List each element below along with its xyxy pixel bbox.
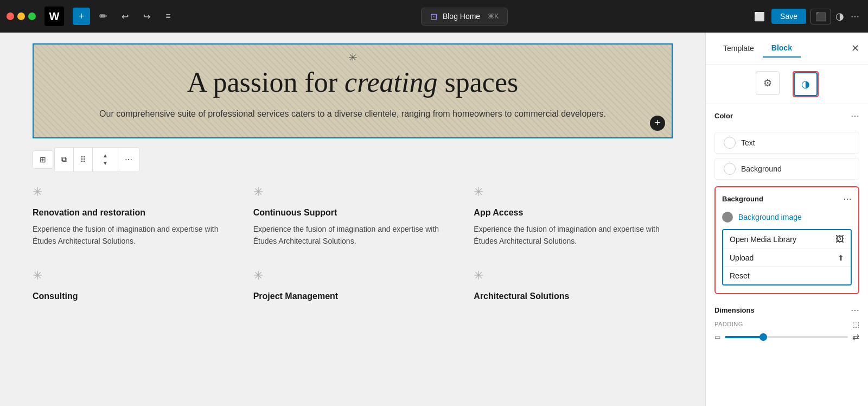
service-title: Architectural Solutions: [474, 291, 673, 301]
toolbar-align-group: ⊞: [33, 150, 53, 169]
close-traffic-light[interactable]: [7, 12, 14, 20]
padding-icon: ⬚: [852, 320, 860, 328]
style-icon-button[interactable]: ◑: [794, 72, 818, 96]
close-sidebar-button[interactable]: ✕: [851, 42, 859, 54]
add-button[interactable]: +: [73, 8, 90, 25]
topbar-center: ⊡ Blog Home ⌘K: [181, 8, 748, 26]
list-item: ✳ Project Management: [253, 269, 452, 307]
service-title: App Access: [474, 208, 673, 218]
minimize-traffic-light[interactable]: [17, 12, 25, 20]
view-button[interactable]: ⬜: [752, 9, 767, 24]
copy-button[interactable]: ⧉: [55, 148, 74, 172]
media-library-label: Open Media Library: [730, 235, 796, 244]
text-color-label: Text: [741, 138, 755, 147]
asterisk-icon: ✳: [253, 269, 452, 283]
hero-title: A passion for creating spaces: [66, 66, 639, 98]
padding-slider[interactable]: [725, 336, 848, 338]
hero-body: Our comprehensive suite of professional …: [66, 107, 639, 121]
open-media-library-button[interactable]: Open Media Library 🖼: [723, 230, 851, 249]
list-item: ✳ Renovation and restoration Experience …: [33, 185, 232, 248]
save-button[interactable]: Save: [771, 9, 806, 24]
asterisk-icon: ✳: [33, 269, 232, 283]
main-area: A passion for creating spaces Our compre…: [0, 33, 868, 406]
tab-block[interactable]: Block: [763, 39, 801, 58]
redo-button[interactable]: ↪: [138, 8, 155, 25]
service-title: Continuous Support: [253, 208, 452, 218]
blog-home-shortcut: ⌘K: [488, 12, 499, 20]
reset-option[interactable]: Reset: [723, 267, 851, 284]
undo-icon: ↩: [122, 11, 129, 22]
background-image-row[interactable]: Background image: [716, 208, 858, 226]
service-title: Consulting: [33, 291, 232, 301]
list-icon: ≡: [165, 11, 170, 21]
settings-icon-button[interactable]: ⚙: [756, 71, 780, 95]
media-dropdown: Open Media Library 🖼 Upload ⬆ Reset: [722, 229, 852, 286]
slider-thumb: [760, 333, 767, 341]
more-options-button[interactable]: ⋯: [848, 9, 861, 24]
padding-slider-row: ▭ ⇄: [714, 332, 859, 342]
blog-home-pill[interactable]: ⊡ Blog Home ⌘K: [421, 8, 508, 26]
background-color-row[interactable]: Background: [714, 158, 859, 180]
dimensions-title: Dimensions: [714, 306, 755, 314]
asterisk-icon: ✳: [474, 185, 673, 199]
layout-button[interactable]: ⬛: [810, 9, 831, 24]
background-color-label: Background: [741, 164, 782, 173]
theme-toggle-button[interactable]: ◑: [835, 10, 844, 22]
background-section-title: Background: [722, 195, 763, 203]
slider-left-icon: ▭: [714, 333, 720, 341]
align-button[interactable]: ⊞: [33, 151, 53, 168]
more-block-options[interactable]: ⋯: [118, 148, 139, 172]
canvas: A passion for creating spaces Our compre…: [0, 33, 705, 406]
halfcircle-icon: ◑: [801, 78, 810, 90]
style-icons-row: ⚙ ◑: [706, 65, 868, 104]
background-image-label: Background image: [738, 213, 802, 221]
tab-template[interactable]: Template: [714, 39, 763, 58]
undo-button[interactable]: ↩: [116, 8, 133, 25]
blog-home-label: Blog Home: [443, 12, 480, 21]
hero-block[interactable]: A passion for creating spaces Our compre…: [33, 43, 673, 138]
color-section-title: Color: [714, 112, 733, 120]
upload-icon: ⬆: [838, 253, 844, 262]
background-color-circle: [724, 163, 736, 175]
background-section: Background ⋯ Background image Open Media…: [714, 186, 859, 294]
dimensions-menu-button[interactable]: ⋯: [851, 305, 859, 315]
dimensions-section: Dimensions ⋯ PADDING ⬚ ▭ ⇄: [706, 299, 868, 346]
background-section-header: Background ⋯: [716, 192, 858, 208]
move-up-button[interactable]: ▲: [99, 152, 111, 160]
list-button[interactable]: ≡: [159, 8, 177, 25]
slider-settings-button[interactable]: ⇄: [852, 332, 859, 342]
drag-handle[interactable]: ⠿: [74, 148, 93, 172]
sidebar: Template Block ✕ ⚙ ◑ Color ⋯: [705, 33, 868, 406]
topbar: W + ✏ ↩ ↪ ≡ ⊡ Blog Home ⌘K ⬜ Save ⬛ ◑ ⋯: [0, 0, 868, 33]
service-desc: Experience the fusion of imagination and…: [474, 223, 673, 248]
service-title: Project Management: [253, 291, 452, 301]
sidebar-tabs: Template Block: [714, 39, 801, 58]
background-section-menu-button[interactable]: ⋯: [843, 194, 852, 204]
service-desc: Experience the fusion of imagination and…: [253, 223, 452, 248]
color-section: Color ⋯: [706, 104, 868, 130]
upload-option[interactable]: Upload ⬆: [723, 249, 851, 267]
text-color-circle: [724, 137, 736, 149]
sidebar-header: Template Block ✕: [706, 33, 868, 65]
asterisk-icon: ✳: [253, 185, 452, 199]
color-section-menu-button[interactable]: ⋯: [851, 111, 859, 121]
service-desc: Experience the fusion of imagination and…: [33, 223, 232, 248]
move-arrows: ▲ ▼: [93, 148, 118, 172]
text-color-row[interactable]: Text: [714, 132, 859, 154]
reset-label: Reset: [730, 271, 750, 280]
asterisk-icon: ✳: [474, 269, 673, 283]
upload-label: Upload: [730, 253, 754, 262]
dimensions-section-header: Dimensions ⋯: [714, 305, 859, 315]
toolbar-actions-group: ⧉ ⠿ ▲ ▼ ⋯: [54, 147, 139, 172]
gear-icon: ⚙: [763, 77, 772, 89]
hero-plus-button[interactable]: +: [650, 116, 665, 131]
list-item: ✳ Continuous Support Experience the fusi…: [253, 185, 452, 248]
pencil-button[interactable]: ✏: [94, 8, 112, 25]
blog-home-icon: ⊡: [430, 11, 437, 22]
topbar-right: ⬜ Save ⬛ ◑ ⋯: [752, 9, 861, 24]
move-down-button[interactable]: ▼: [99, 160, 111, 167]
list-item: ✳ Architectural Solutions: [474, 269, 673, 307]
style-button-highlight: ◑: [793, 71, 819, 97]
wp-logo[interactable]: W: [44, 7, 64, 26]
fullscreen-traffic-light[interactable]: [28, 12, 36, 20]
